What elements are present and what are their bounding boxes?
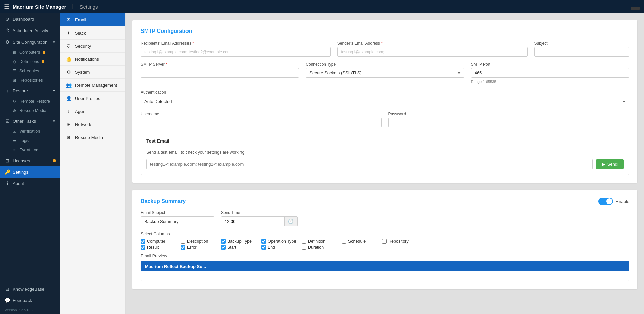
sec-sidebar-item-rescue-media-settings[interactable]: ⊕ Rescue Media <box>60 131 125 144</box>
password-input[interactable] <box>388 118 630 127</box>
enable-toggle[interactable] <box>598 198 613 205</box>
sidebar-item-other-tasks[interactable]: ☑ Other Tasks ▼ <box>0 115 60 127</box>
computers-icon: 🖥 <box>12 50 17 55</box>
sec-sidebar-item-security[interactable]: 🛡 Security <box>60 40 125 53</box>
column-end-checkbox[interactable] <box>261 245 266 250</box>
sidebar-item-restore[interactable]: ↓ Restore ▼ <box>0 85 60 97</box>
sidebar-item-label: Verification <box>19 129 40 134</box>
notifications-icon: 🔔 <box>66 56 72 62</box>
column-schedule-checkbox[interactable] <box>342 239 346 244</box>
sidebar-item-label: Site Configuration <box>13 40 50 45</box>
column-computer[interactable]: Computer <box>141 239 181 244</box>
feedback-icon: 💬 <box>5 298 10 303</box>
sec-sidebar-item-user-profiles[interactable]: 👤 User Profiles <box>60 92 125 105</box>
username-input[interactable] <box>141 118 382 127</box>
column-operation-type-checkbox[interactable] <box>261 239 266 244</box>
sidebar-item-label: KnowledgeBase <box>13 287 56 292</box>
sidebar-item-event-log[interactable]: ≡ Event Log <box>0 145 60 155</box>
sidebar-item-site-configuration[interactable]: ⚙ Site Configuration ▼ <box>0 36 60 48</box>
password-group: Password <box>388 112 630 127</box>
username-label: Username <box>141 112 382 116</box>
sidebar-item-settings[interactable]: 🔑 Settings <box>0 166 60 178</box>
column-duration-checkbox[interactable] <box>302 245 306 250</box>
sec-sidebar-item-slack[interactable]: ✦ Slack <box>60 26 125 40</box>
connection-type-label: Connection Type <box>306 62 464 67</box>
sidebar-item-computers[interactable]: 🖥 Computers <box>0 48 60 57</box>
sec-sidebar-label: System <box>75 70 90 75</box>
column-result-checkbox[interactable] <box>141 245 145 250</box>
test-email-input[interactable] <box>146 159 593 169</box>
sidebar-item-label: Remote Restore <box>19 99 50 104</box>
column-error-checkbox[interactable] <box>181 245 185 250</box>
column-computer-checkbox[interactable] <box>141 239 145 244</box>
column-repository-checkbox[interactable] <box>382 239 387 244</box>
email-subject-group: Email Subject <box>141 210 214 226</box>
sidebar-item-knowledge-base[interactable]: ⊟ KnowledgeBase <box>0 283 60 295</box>
smtp-server-input[interactable] <box>141 68 299 78</box>
recipients-label: Recipients' Email Addresses * <box>141 41 331 46</box>
column-start[interactable]: Start <box>221 245 261 250</box>
send-time-input[interactable] <box>221 217 284 226</box>
column-start-checkbox[interactable] <box>221 245 226 250</box>
sidebar-item-remote-restore[interactable]: ↻ Remote Restore <box>0 97 60 106</box>
column-definition[interactable]: Definition <box>302 239 342 244</box>
smtp-port-input[interactable] <box>471 68 629 78</box>
sidebar-item-verification[interactable]: ☑ Verification <box>0 127 60 136</box>
event-log-icon: ≡ <box>12 148 17 152</box>
sec-sidebar-item-agent[interactable]: ↓ Agent <box>60 105 125 118</box>
sidebar-item-scheduled-activity[interactable]: ⏱ Scheduled Activity <box>0 25 60 36</box>
restore-icon: ↓ <box>5 88 10 93</box>
column-end[interactable]: End <box>261 245 302 250</box>
column-definition-checkbox[interactable] <box>302 239 306 244</box>
sidebar-bottom: ⊟ KnowledgeBase 💬 Feedback Version 7.2.5… <box>0 283 60 314</box>
sidebar-item-repositories[interactable]: ⊞ Repositories <box>0 76 60 85</box>
email-subject-label: Email Subject <box>141 210 214 215</box>
sidebar-item-dashboard[interactable]: ⊙ Dashboard <box>0 13 60 25</box>
toggle-enable: Enable <box>598 198 629 205</box>
column-description[interactable]: Description <box>181 239 221 244</box>
column-backup-type[interactable]: Backup Type <box>221 239 261 244</box>
sidebar-item-logs[interactable]: ☰ Logs <box>0 136 60 145</box>
column-error[interactable]: Error <box>181 245 221 250</box>
sec-sidebar-item-remote-management[interactable]: 👥 Remote Management <box>60 79 125 92</box>
topbar-right <box>631 4 640 10</box>
column-repository[interactable]: Repository <box>382 239 422 244</box>
sidebar-item-definitions[interactable]: ◇ Definitions <box>0 57 60 66</box>
sidebar-item-schedules[interactable]: ☰ Schedules <box>0 66 60 76</box>
sender-group: Sender's Email Address * <box>337 41 528 57</box>
sec-sidebar-label: Remote Management <box>75 83 117 88</box>
sec-sidebar-item-network[interactable]: ⊞ Network <box>60 118 125 131</box>
sidebar-item-licenses[interactable]: ⊡ Licenses <box>0 155 60 166</box>
sidebar-item-label: Other Tasks <box>13 119 50 124</box>
sec-sidebar-item-system[interactable]: ⚙ System <box>60 66 125 79</box>
time-picker-button[interactable]: 🕐 <box>284 217 297 226</box>
sidebar-item-feedback[interactable]: 💬 Feedback <box>0 295 60 306</box>
site-config-icon: ⚙ <box>5 39 10 45</box>
sec-sidebar-item-email[interactable]: ✉ Email <box>60 13 125 26</box>
auth-select[interactable]: Auto Detected <box>141 97 629 106</box>
connection-type-select[interactable]: Secure Sockets (SSL/TLS) <box>306 68 464 78</box>
sidebar-item-about[interactable]: ℹ About <box>0 178 60 189</box>
sender-input[interactable] <box>337 47 528 57</box>
topbar-section: Settings <box>79 4 98 10</box>
column-result[interactable]: Result <box>141 245 181 250</box>
column-backup-type-checkbox[interactable] <box>221 239 226 244</box>
topbar-button[interactable] <box>631 7 640 10</box>
dashboard-icon: ⊙ <box>5 16 10 22</box>
send-button[interactable]: ▶ Send <box>596 159 624 169</box>
recipients-input[interactable] <box>141 47 331 57</box>
subject-input[interactable] <box>534 47 629 57</box>
sidebar-item-rescue-media[interactable]: ⊕ Rescue Media <box>0 106 60 115</box>
app-name: Macrium Site Manager <box>13 4 66 10</box>
email-preview-box: Macrium Reflect Backup Su... <box>141 261 629 281</box>
column-description-checkbox[interactable] <box>181 239 185 244</box>
sender-label: Sender's Email Address * <box>337 41 528 46</box>
sec-sidebar-item-notifications[interactable]: 🔔 Notifications <box>60 53 125 66</box>
column-duration[interactable]: Duration <box>302 245 342 250</box>
email-subject-input[interactable] <box>141 216 214 226</box>
rescue-media-icon: ⊕ <box>12 108 17 113</box>
hamburger-icon[interactable]: ☰ <box>4 3 9 10</box>
chevron-down-icon: ▼ <box>52 40 56 44</box>
column-schedule[interactable]: Schedule <box>342 239 382 244</box>
column-operation-type[interactable]: Operation Type <box>261 239 302 244</box>
